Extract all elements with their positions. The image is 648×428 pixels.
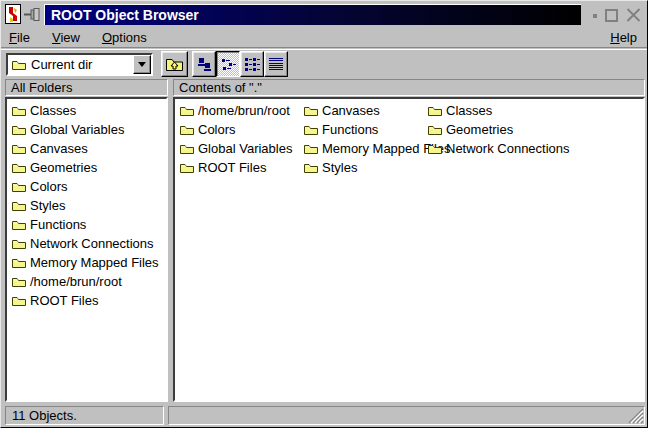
chevron-down-icon xyxy=(138,62,146,67)
details-view-icon xyxy=(268,56,284,72)
folder-icon xyxy=(11,180,27,193)
folder-item-label: Functions xyxy=(27,217,86,232)
folder-item[interactable]: Canvases xyxy=(299,101,423,120)
folder-item[interactable]: Styles xyxy=(7,196,166,215)
folder-icon xyxy=(11,104,27,117)
folder-item-label: Functions xyxy=(319,122,378,137)
status-text: 11 Objects. xyxy=(12,408,77,423)
folder-item[interactable]: ROOT Files xyxy=(7,291,166,310)
folder-item-label: /home/brun/root xyxy=(195,103,290,118)
folder-item-label: Colors xyxy=(27,179,68,194)
folder-item-label: Geometries xyxy=(443,122,513,137)
directory-combobox[interactable]: Current dir xyxy=(6,53,153,76)
folder-item-label: Memory Mapped Files xyxy=(27,255,159,270)
large-icons-view-icon xyxy=(196,56,212,72)
folder-icon xyxy=(11,199,27,212)
folder-item-label: Classes xyxy=(27,103,76,118)
folders-tree: Classes Global Variables Canvases Geomet… xyxy=(7,99,166,310)
folder-item[interactable]: Classes xyxy=(423,101,547,120)
folder-icon xyxy=(427,142,443,155)
folder-icon xyxy=(303,123,319,136)
folder-item[interactable]: Global Variables xyxy=(175,139,299,158)
minimize-icon[interactable] xyxy=(593,14,597,18)
folder-item[interactable]: Geometries xyxy=(7,158,166,177)
status-section-right xyxy=(168,406,645,425)
folder-icon xyxy=(11,294,27,307)
view-large-icons-button[interactable] xyxy=(192,51,216,77)
folder-icon xyxy=(179,104,195,117)
folder-item-label: Global Variables xyxy=(195,141,292,156)
folder-icon xyxy=(427,123,443,136)
folder-icon xyxy=(11,142,27,155)
view-details-button[interactable] xyxy=(264,51,288,77)
folder-item[interactable]: Styles xyxy=(299,158,423,177)
folder-item[interactable]: /home/brun/root xyxy=(175,101,299,120)
toolbar: Current dir xyxy=(1,49,647,78)
folder-up-icon xyxy=(165,56,184,72)
view-list-button[interactable] xyxy=(240,51,264,77)
folder-item[interactable]: Colors xyxy=(7,177,166,196)
folder-item[interactable]: Functions xyxy=(7,215,166,234)
menu-options[interactable]: Options xyxy=(102,30,147,45)
status-objects-count: 11 Objects. xyxy=(5,406,164,425)
folder-icon xyxy=(11,256,27,269)
all-folders-header-label: All Folders xyxy=(11,80,72,95)
folder-item[interactable]: Memory Mapped Files xyxy=(7,253,166,272)
folder-item-label: Styles xyxy=(27,198,65,213)
folder-item[interactable]: Geometries xyxy=(423,120,547,139)
folder-item-label: Classes xyxy=(443,103,492,118)
folder-item-label: Global Variables xyxy=(27,122,124,137)
combobox-dropdown-button[interactable] xyxy=(133,55,151,74)
folder-item-label: Canvases xyxy=(27,141,88,156)
status-bar: 11 Objects. xyxy=(1,405,647,426)
folder-icon xyxy=(11,123,27,136)
folder-item-label: Canvases xyxy=(319,103,380,118)
menu-view[interactable]: View xyxy=(52,30,80,45)
window-controls xyxy=(593,6,641,24)
root-app-icon xyxy=(5,4,21,24)
folder-item[interactable]: ROOT Files xyxy=(175,158,299,177)
small-icons-view-icon xyxy=(220,56,236,72)
up-one-level-button[interactable] xyxy=(161,51,188,77)
folder-icon xyxy=(303,142,319,155)
folder-icon xyxy=(179,123,195,136)
menu-file[interactable]: File xyxy=(9,30,30,45)
folder-icon xyxy=(11,237,27,250)
folder-item[interactable]: Network Connections xyxy=(423,139,547,158)
pin-icon[interactable] xyxy=(24,8,41,21)
view-small-icons-button[interactable] xyxy=(216,51,240,77)
contents-header: Contents of "." xyxy=(173,79,645,96)
folder-icon xyxy=(11,58,27,71)
menu-help[interactable]: Help xyxy=(610,30,637,45)
folder-item-label: Styles xyxy=(319,160,357,175)
folder-item-label: ROOT Files xyxy=(195,160,266,175)
folder-item[interactable]: Global Variables xyxy=(7,120,166,139)
folder-item[interactable]: /home/brun/root xyxy=(7,272,166,291)
folder-item[interactable]: Memory Mapped Files xyxy=(299,139,423,158)
contents-panel[interactable]: /home/brun/root Colors Global Variables … xyxy=(173,97,645,402)
title-row: ROOT Object Browser xyxy=(1,1,647,28)
folder-item-label: ROOT Files xyxy=(27,293,98,308)
menu-bar: File View Options Help xyxy=(1,28,647,48)
folders-tree-panel[interactable]: Classes Global Variables Canvases Geomet… xyxy=(5,97,168,402)
folder-item[interactable]: Canvases xyxy=(7,139,166,158)
folder-item-label: /home/brun/root xyxy=(27,274,122,289)
folder-icon xyxy=(11,275,27,288)
folder-item[interactable]: Colors xyxy=(175,120,299,139)
close-icon[interactable] xyxy=(626,8,641,23)
folder-item-label: Colors xyxy=(195,122,236,137)
folder-icon xyxy=(179,142,195,155)
maximize-icon[interactable] xyxy=(605,9,618,22)
folder-item-label: Network Connections xyxy=(27,236,154,251)
folder-item[interactable]: Functions xyxy=(299,120,423,139)
contents-column: /home/brun/root Colors Global Variables … xyxy=(175,101,299,177)
directory-combobox-value: Current dir xyxy=(27,57,133,72)
resize-grip[interactable] xyxy=(627,407,644,424)
folder-item[interactable]: Network Connections xyxy=(7,234,166,253)
folder-item-label: Geometries xyxy=(27,160,97,175)
folder-icon xyxy=(11,218,27,231)
folder-icon xyxy=(179,161,195,174)
folder-item[interactable]: Classes xyxy=(7,101,166,120)
title-bar[interactable]: ROOT Object Browser xyxy=(44,4,581,25)
contents-header-label: Contents of "." xyxy=(179,80,262,95)
